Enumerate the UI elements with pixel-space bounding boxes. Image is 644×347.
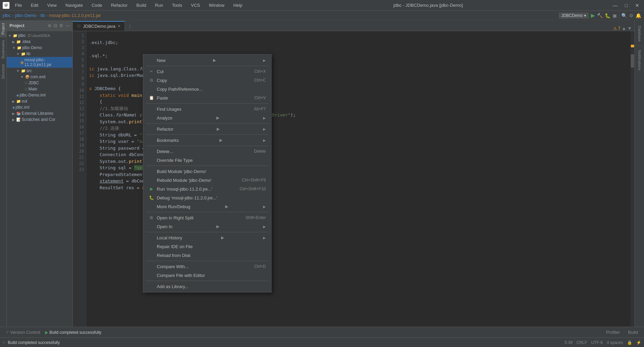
ctx-new[interactable]: New ▶ [143,56,271,65]
project-collapse-icon[interactable]: ⊟ [53,23,57,28]
ctx-analyze[interactable]: Analyze ▶ [143,113,271,122]
menu-build[interactable]: Build [133,1,150,9]
lock-icon[interactable]: 🔒 [627,340,632,345]
ctx-openin[interactable]: Open In ▶ [143,222,271,231]
tree-item-jdbc-class[interactable]: ☉ JDBC [7,80,72,86]
tree-item-scratches[interactable]: ▶ 📝 Scratches and Cor [7,116,72,123]
ctx-rebuild-module[interactable]: Rebuild Module 'jdbc-Demo' Ctrl+Shift+F9 [143,176,271,185]
menu-refactor[interactable]: Refactor [108,1,131,9]
expand-arrow: ▼ [12,46,16,50]
notifications-tab[interactable]: Notifications [637,47,643,73]
ctx-run-shortcut: Ctrl+Shift+F10 [240,187,266,191]
ctx-refactor[interactable]: Refactor ▶ [143,125,271,133]
ctx-more-rundebug[interactable]: More Run/Debug ▶ [143,202,271,211]
menu-edit[interactable]: Edit [27,1,42,9]
tree-item-idea[interactable]: ▶ 📁 .idea [7,39,72,45]
project-settings-icon[interactable]: ⚙ [59,23,63,28]
run-arrow-button[interactable]: ▶ [45,330,48,335]
ctx-openrightsplit-label: Open in Right Split [157,215,193,220]
ctx-cut[interactable]: ✂ Cut Ctrl+X [143,67,271,76]
project-icon[interactable]: Project [0,20,6,37]
ctx-copy[interactable]: ⧉ Copy Ctrl+C [143,76,271,85]
ctx-overridetype[interactable]: Override File Type [143,156,271,165]
ctx-comparewith[interactable]: Compare With... Ctrl+D [143,262,271,271]
ctx-run[interactable]: ▶ Run 'mssql-jdbc-11.2.0.jre...' Ctrl+Sh… [143,185,271,193]
tree-item-jdbc-iml[interactable]: ◈ jdbc.iml [7,104,72,110]
tree-item-main-class[interactable]: ☉ Main [7,86,72,92]
tree-item-src[interactable]: ▼ 📁 src [7,68,72,74]
tree-item-lib[interactable]: ▼ 📁 lib [7,51,72,57]
menu-run[interactable]: Run [152,1,167,9]
ctx-repairide[interactable]: Repair IDE on File [143,242,271,251]
ctx-debug[interactable]: 🐛 Debug 'mssql-jdbc-11.2.0.jre...' [143,193,271,202]
tree-item-jdbcdemo-iml[interactable]: ◈ jdbc-Demo.iml [7,92,72,98]
ctx-build-module[interactable]: Build Module 'jdbc-Demo' [143,167,271,176]
scroll-up-icon[interactable]: ▲ [622,26,626,31]
tree-item-mssql-jar[interactable]: ▣ mssql-jdbc-11.2.0.jre11.jar [7,57,72,68]
tree-item-extlibs[interactable]: ▶ 📚 External Libraries [7,110,72,116]
structure-icon[interactable]: Structure [0,61,6,82]
file-encoding[interactable]: UTF-8 [591,340,603,345]
tree-item-out[interactable]: ▶ 📁 out [7,98,72,104]
menu-view[interactable]: View [44,1,60,9]
ctx-localhistory[interactable]: Local History ▶ [143,233,271,242]
search-everywhere-button[interactable]: 🔍 [621,13,627,18]
minimize-button[interactable]: — [611,2,620,9]
ctx-delete[interactable]: Delete... Delete [143,147,271,156]
breadcrumb-demo[interactable]: jdbc-Demo [15,13,36,18]
settings-button[interactable]: ⚙ [629,13,634,18]
menu-file[interactable]: File [12,1,25,9]
database-tab[interactable]: Database [637,23,643,44]
ctx-bookmarks[interactable]: Bookmarks ▶ [143,136,271,145]
breadcrumb-lib[interactable]: lib [40,13,45,18]
ctx-copypath[interactable]: Copy Path/Reference... [143,85,271,93]
menu-navigate[interactable]: Navigate [62,1,86,9]
indent-setting[interactable]: 4 spaces [607,340,623,345]
rebuild-module-icon [149,177,154,183]
breadcrumb-jar[interactable]: mssql-jdbc-11.2.0.jre11.jar [49,13,101,18]
run-config-selector[interactable]: JDBCDemo ▾ [559,13,589,19]
folder-icon: 📝 [16,117,21,122]
build-tab[interactable]: Build [625,328,641,336]
cursor-position[interactable]: 5:39 [564,340,572,345]
project-scope-icon[interactable]: ⊕ [48,23,51,28]
version-control-tab[interactable]: ⑂ Version Control [3,328,44,336]
menu-window[interactable]: Window [206,1,228,9]
ctx-addaslibrary[interactable]: Add as Library... [143,282,271,291]
bookmarks-icon[interactable]: Bookmarks [0,37,6,61]
line-separator[interactable]: CRLF [577,340,587,345]
close-button[interactable]: ✕ [633,2,641,9]
scrollbar-thumb[interactable] [631,54,634,68]
build-button[interactable]: 🔨 [597,13,603,18]
run-button[interactable]: ▶ [591,12,595,19]
scroll-down-icon[interactable]: ▼ [627,26,632,31]
menu-vcs[interactable]: VCS [188,1,203,9]
profiler-tab[interactable]: Profiler [603,328,623,336]
scrollbar-track[interactable] [630,31,635,327]
maximize-button[interactable]: □ [623,2,630,9]
tab-close-button[interactable]: ✕ [117,24,121,28]
ctx-findusages[interactable]: Find Usages Alt+F7 [143,105,271,113]
ctx-comparewitheditor[interactable]: Compare File with Editor [143,271,271,280]
menu-tools[interactable]: Tools [169,1,186,9]
localhistory-icon [149,235,154,240]
debug-icon: 🐛 [149,195,154,200]
status-left: ⑂ Build completed successfully [3,340,562,345]
project-close-icon[interactable]: — [65,23,70,28]
menu-code[interactable]: Code [88,1,106,9]
menu-help[interactable]: Help [230,1,246,9]
editor-tab-jdbcdemo[interactable]: ☉ JDBCDemo.java ✕ [73,21,125,31]
coverage-button[interactable]: ▣ [613,13,617,18]
power-icon[interactable]: ⚡ [636,340,641,345]
tree-item-comexit[interactable]: ▼ 📦 com.exit [7,74,72,80]
ctx-reloadfromdisk[interactable]: Reload from Disk [143,251,271,260]
warning-indicator[interactable]: ⚠ 7 [613,26,620,31]
delete-icon [149,149,154,154]
ctx-openrightsplit[interactable]: ⊞ Open in Right Split Shift+Enter [143,213,271,222]
breadcrumb-jdbc[interactable]: jdbc [3,13,11,18]
debug-button[interactable]: 🐛 [605,13,610,18]
ctx-paste[interactable]: 📋 Paste Ctrl+V [143,93,271,102]
tab-more-button[interactable]: ⋮ [125,22,135,31]
tree-item-jdbc[interactable]: ▼ 📁 jdbc D:\Java\IDEA [7,32,72,39]
tree-item-jdbcdemo[interactable]: ▼ 📁 jdbc-Demo [7,45,72,51]
